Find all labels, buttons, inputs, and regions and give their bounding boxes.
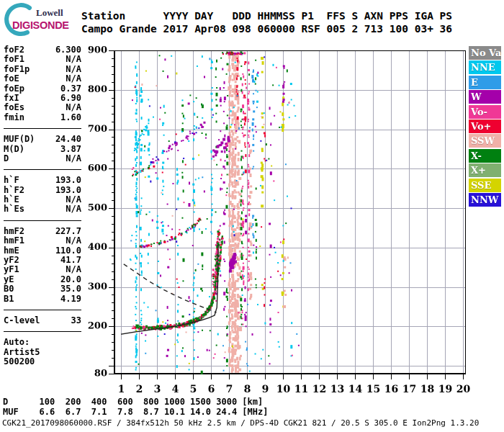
param-label: foEp: [4, 84, 24, 94]
legend-item-vo+: Vo+: [469, 120, 501, 133]
file-status-line: CGK21_2017098060000.RSF / 384fx512h 50 k…: [2, 418, 479, 428]
param-row-hme: hmE110.0: [4, 246, 81, 256]
param-label: h`Es: [4, 204, 24, 214]
param-value: 4.19: [60, 294, 81, 304]
param-value: 33: [71, 316, 81, 325]
param-label: foE: [4, 74, 19, 84]
param-row-500200: 500200: [4, 357, 81, 366]
param-value: 110.0: [55, 246, 81, 256]
param-value: 41.7: [60, 256, 81, 265]
param-value: N/A: [66, 154, 81, 163]
param-label: foEs: [4, 103, 24, 112]
muf-distance-table: D 100 200 400 600 800 1000 1500 3000 [km…: [3, 397, 268, 417]
param-label: hmF1: [4, 236, 24, 246]
param-section-divider: [4, 220, 81, 221]
param-row-foep: foEp0.37: [4, 84, 81, 94]
param-row-artist5: Artist5: [4, 348, 81, 357]
param-label: h`F2: [4, 186, 24, 195]
param-row-h-f: h`F193.0: [4, 176, 81, 185]
param-value: 0.37: [60, 84, 81, 94]
ionogram-page: Lowell DIGISONDE Station YYYY DAY DDD HH…: [0, 0, 504, 432]
param-label: fmin: [4, 113, 24, 122]
param-value: N/A: [66, 103, 81, 112]
param-value: N/A: [66, 204, 81, 214]
param-row-b1: B14.19: [4, 294, 81, 304]
param-row-d: DN/A: [4, 154, 81, 163]
param-value: 193.0: [55, 186, 81, 195]
param-label: fxI: [4, 94, 19, 103]
polarization-legend: No ValNNEEWVo-Vo+SSWX-X+SSENNW: [469, 46, 501, 207]
legend-item-vo-: Vo-: [469, 105, 501, 119]
param-value: N/A: [66, 55, 81, 64]
param-row-hmf1: hmF1N/A: [4, 236, 81, 246]
param-section-divider: [4, 128, 81, 129]
param-value: 35.0: [60, 284, 81, 294]
param-section-divider: [4, 331, 81, 332]
param-label: hmF2: [4, 227, 24, 236]
legend-item-noval: No Val: [469, 46, 501, 60]
param-label: h`F: [4, 176, 19, 185]
param-row-ye: yE20.0: [4, 275, 81, 284]
param-label: MUF(D): [4, 135, 35, 144]
param-label: M(D): [4, 145, 24, 154]
param-section-divider: [4, 310, 81, 310]
muf-row: MUF 6.6 6.7 7.1 7.8 8.7 10.1 14.0 24.4 […: [3, 408, 268, 418]
param-value: 1.60: [60, 113, 81, 122]
param-row-h-e: h`EN/A: [4, 195, 81, 204]
param-label: B0: [4, 284, 14, 294]
param-value: N/A: [66, 65, 81, 74]
param-value: N/A: [66, 195, 81, 204]
legend-item-ssw: SSW: [469, 134, 501, 148]
param-row-fmin: fmin1.60: [4, 113, 81, 122]
param-value: 193.0: [55, 176, 81, 185]
param-value: 6.90: [60, 94, 81, 103]
legend-item-sse: SSE: [469, 179, 501, 192]
param-label: D: [4, 154, 9, 163]
legend-item-x+: X+: [469, 163, 501, 177]
param-label: yF1: [4, 265, 19, 274]
distance-row: D 100 200 400 600 800 1000 1500 3000 [km…: [3, 397, 268, 408]
param-row-foe: foEN/A: [4, 74, 81, 84]
param-label: foF2: [4, 45, 24, 55]
legend-item-nnw: NNW: [469, 193, 501, 207]
param-label: yF2: [4, 256, 19, 265]
param-value: 20.0: [60, 275, 81, 284]
param-value: 6.300: [55, 45, 81, 55]
param-value: 227.7: [55, 227, 81, 236]
legend-item-nne: NNE: [469, 60, 501, 74]
param-label: Artist5: [4, 348, 40, 357]
param-row-yf2: yF241.7: [4, 256, 81, 265]
param-row-m-d-: M(D)3.87: [4, 145, 81, 154]
param-row-muf-d-: MUF(D)24.40: [4, 135, 81, 144]
param-label: h`E: [4, 195, 19, 204]
param-value: N/A: [66, 236, 81, 246]
param-row-foes: foEsN/A: [4, 103, 81, 112]
param-label: B1: [4, 294, 14, 304]
param-row-yf1: yF1N/A: [4, 265, 81, 274]
param-row-fof1p: foF1pN/A: [4, 65, 81, 74]
param-label: C-level: [4, 316, 40, 325]
param-row-c-level: C-level33: [4, 316, 81, 325]
param-value: N/A: [66, 74, 81, 84]
param-row-fxi: fxI6.90: [4, 94, 81, 103]
legend-item-x-: X-: [469, 149, 501, 163]
param-label: 500200: [4, 357, 35, 366]
param-row-h-f2: h`F2193.0: [4, 186, 81, 195]
param-row-fof1: foF1N/A: [4, 55, 81, 64]
param-row-fof2: foF26.300: [4, 45, 81, 55]
legend-item-w: W: [469, 90, 501, 104]
legend-item-e: E: [469, 76, 501, 89]
param-section-divider: [4, 169, 81, 170]
param-row-auto-: Auto:: [4, 338, 81, 347]
param-label: Auto:: [4, 338, 30, 347]
param-row-hmf2: hmF2227.7: [4, 227, 81, 236]
param-value: 24.40: [55, 135, 81, 144]
param-label: hmE: [4, 246, 19, 256]
param-label: foF1: [4, 55, 24, 64]
param-value: N/A: [66, 265, 81, 274]
scaled-parameters-panel: foF26.300foF1N/AfoF1pN/AfoEN/AfoEp0.37fx…: [4, 45, 81, 367]
param-value: 3.87: [60, 145, 81, 154]
param-label: yE: [4, 275, 14, 284]
param-row-b0: B035.0: [4, 284, 81, 294]
param-label: foF1p: [4, 65, 30, 74]
